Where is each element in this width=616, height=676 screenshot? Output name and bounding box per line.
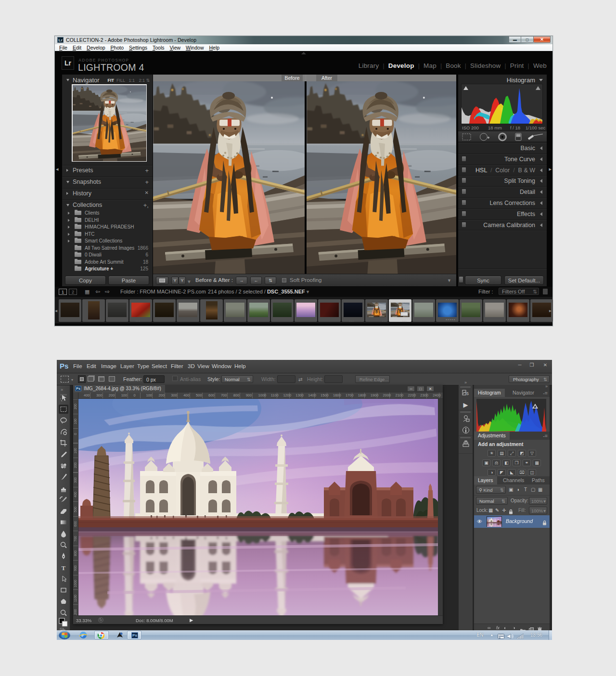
svg-text:5: 5 xyxy=(466,391,469,396)
svg-text:»: » xyxy=(61,387,63,392)
svg-text:T: T xyxy=(62,564,66,572)
svg-text:e: e xyxy=(81,632,84,638)
